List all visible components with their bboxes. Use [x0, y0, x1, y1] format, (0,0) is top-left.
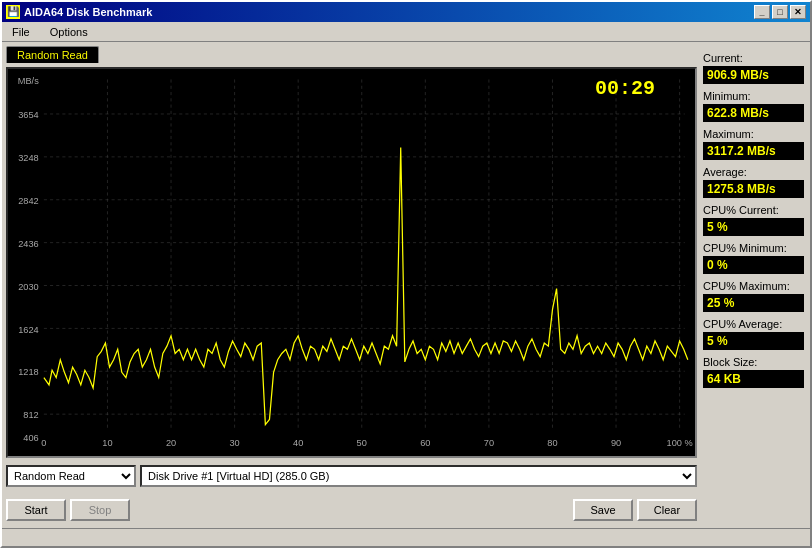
svg-text:50: 50 [357, 437, 367, 447]
window-title: AIDA64 Disk Benchmark [24, 6, 152, 18]
chart-timer: 00:29 [595, 77, 655, 100]
menu-options[interactable]: Options [44, 25, 94, 39]
action-row: Start Stop Save Clear [6, 496, 697, 524]
menu-bar: File Options [2, 22, 810, 42]
block-size-label: Block Size: [703, 356, 804, 368]
svg-text:90: 90 [611, 437, 621, 447]
svg-text:MB/s: MB/s [18, 76, 39, 86]
svg-text:80: 80 [547, 437, 557, 447]
minimum-value: 622.8 MB/s [703, 104, 804, 122]
clear-button[interactable]: Clear [637, 499, 697, 521]
maximum-value: 3117.2 MB/s [703, 142, 804, 160]
controls-bar: Random Read Random Write Sequential Read… [6, 462, 697, 490]
svg-text:812: 812 [23, 410, 38, 420]
chart-svg: MB/s 3654 3248 2842 2436 2030 1624 1218 … [8, 69, 695, 456]
right-panel: Current: 906.9 MB/s Minimum: 622.8 MB/s … [701, 46, 806, 524]
cpu-maximum-label: CPU% Maximum: [703, 280, 804, 292]
menu-file[interactable]: File [6, 25, 36, 39]
maximize-button[interactable]: □ [772, 5, 788, 19]
cpu-average-value: 5 % [703, 332, 804, 350]
title-bar-left: 💾 AIDA64 Disk Benchmark [6, 5, 152, 19]
current-value: 906.9 MB/s [703, 66, 804, 84]
svg-text:2030: 2030 [18, 282, 39, 292]
start-button[interactable]: Start [6, 499, 66, 521]
svg-text:60: 60 [420, 437, 430, 447]
cpu-average-label: CPU% Average: [703, 318, 804, 330]
cpu-minimum-value: 0 % [703, 256, 804, 274]
chart-area: 00:29 [6, 67, 697, 458]
cpu-maximum-value: 25 % [703, 294, 804, 312]
svg-text:2436: 2436 [18, 239, 39, 249]
cpu-current-label: CPU% Current: [703, 204, 804, 216]
maximum-label: Maximum: [703, 128, 804, 140]
svg-text:1624: 1624 [18, 324, 39, 334]
cpu-minimum-label: CPU% Minimum: [703, 242, 804, 254]
svg-text:40: 40 [293, 437, 303, 447]
title-bar: 💾 AIDA64 Disk Benchmark _ □ ✕ [2, 2, 810, 22]
status-bar [2, 528, 810, 546]
block-size-value: 64 KB [703, 370, 804, 388]
average-value: 1275.8 MB/s [703, 180, 804, 198]
app-icon: 💾 [6, 5, 20, 19]
title-bar-buttons: _ □ ✕ [754, 5, 806, 19]
svg-text:70: 70 [484, 437, 494, 447]
main-content: Random Read 00:29 [2, 42, 810, 528]
svg-text:3248: 3248 [18, 153, 39, 163]
svg-text:100 %: 100 % [667, 437, 693, 447]
save-button[interactable]: Save [573, 499, 633, 521]
close-button[interactable]: ✕ [790, 5, 806, 19]
tab-random-read[interactable]: Random Read [6, 46, 99, 63]
svg-text:2842: 2842 [18, 196, 39, 206]
svg-text:3654: 3654 [18, 110, 39, 120]
svg-text:20: 20 [166, 437, 176, 447]
svg-text:406: 406 [23, 433, 38, 443]
average-label: Average: [703, 166, 804, 178]
drive-select-dropdown[interactable]: Disk Drive #1 [Virtual HD] (285.0 GB) [140, 465, 697, 487]
current-label: Current: [703, 52, 804, 64]
cpu-current-value: 5 % [703, 218, 804, 236]
minimize-button[interactable]: _ [754, 5, 770, 19]
tab-bar: Random Read [6, 46, 697, 63]
left-panel: Random Read 00:29 [6, 46, 697, 524]
svg-text:30: 30 [229, 437, 239, 447]
svg-rect-0 [8, 69, 695, 456]
svg-text:1218: 1218 [18, 367, 39, 377]
main-window: 💾 AIDA64 Disk Benchmark _ □ ✕ File Optio… [0, 0, 812, 548]
stop-button[interactable]: Stop [70, 499, 130, 521]
minimum-label: Minimum: [703, 90, 804, 102]
benchmark-type-dropdown[interactable]: Random Read Random Write Sequential Read… [6, 465, 136, 487]
svg-text:0: 0 [41, 437, 46, 447]
svg-text:10: 10 [102, 437, 112, 447]
